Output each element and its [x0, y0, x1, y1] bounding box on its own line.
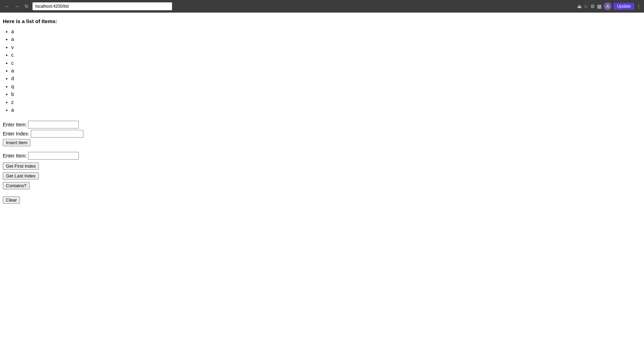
- page-title: Here is a list of Items:: [3, 18, 641, 24]
- list-item: q: [11, 83, 641, 90]
- extensions-icon: ⚙: [590, 4, 595, 9]
- menu-icon: ⋮: [636, 4, 641, 9]
- forward-button[interactable]: →: [13, 2, 21, 10]
- items-list: aavccadqbza: [3, 28, 641, 114]
- enter-item-input[interactable]: [28, 121, 79, 128]
- address-bar[interactable]: [32, 2, 172, 10]
- enter-index-input[interactable]: [31, 130, 83, 138]
- enter-index-label: Enter Index:: [3, 131, 29, 136]
- search-item-input[interactable]: [28, 152, 79, 160]
- bookmark-icon: ☆: [584, 4, 588, 9]
- clear-section: Clear: [3, 196, 641, 204]
- insert-form-section: Enter Item: Enter Index: Insert Item: [3, 121, 641, 146]
- contains-button[interactable]: Contains?: [3, 182, 30, 189]
- get-last-index-button[interactable]: Get Last Index: [3, 172, 39, 180]
- enter-item-row: Enter Item:: [3, 121, 641, 128]
- insert-item-button[interactable]: Insert Item: [3, 139, 30, 146]
- profile-icon: ▩: [597, 4, 602, 9]
- list-item: c: [11, 51, 641, 59]
- search-item-row: Enter Item:: [3, 152, 641, 160]
- browser-chrome: ← → ↻ ⏏ ☆ ⚙ ▩ A Update ⋮: [0, 0, 644, 13]
- reload-button[interactable]: ↻: [22, 2, 31, 10]
- page-content: Here is a list of Items: aavccadqbza Ent…: [0, 13, 644, 209]
- list-item: b: [11, 90, 641, 98]
- cast-icon: ⏏: [577, 4, 582, 9]
- avatar: A: [604, 2, 611, 10]
- get-first-index-button[interactable]: Get First Index: [3, 162, 39, 170]
- browser-right-controls: ⏏ ☆ ⚙ ▩ A Update ⋮: [577, 2, 641, 10]
- enter-item-label: Enter Item:: [3, 122, 27, 127]
- enter-index-row: Enter Index:: [3, 130, 641, 138]
- clear-button[interactable]: Clear: [3, 196, 20, 204]
- back-button[interactable]: ←: [3, 2, 11, 10]
- search-form-section: Enter Item: Get First Index Get Last Ind…: [3, 152, 641, 189]
- list-item: v: [11, 43, 641, 51]
- list-item: a: [11, 35, 641, 43]
- search-item-label: Enter Item:: [3, 153, 27, 159]
- list-item: c: [11, 59, 641, 67]
- list-item: a: [11, 67, 641, 75]
- list-item: d: [11, 75, 641, 82]
- update-button[interactable]: Update: [614, 3, 634, 10]
- list-item: a: [11, 106, 641, 114]
- list-item: z: [11, 98, 641, 106]
- list-item: a: [11, 28, 641, 35]
- search-buttons-group: Get First Index Get Last Index Contains?: [3, 161, 641, 189]
